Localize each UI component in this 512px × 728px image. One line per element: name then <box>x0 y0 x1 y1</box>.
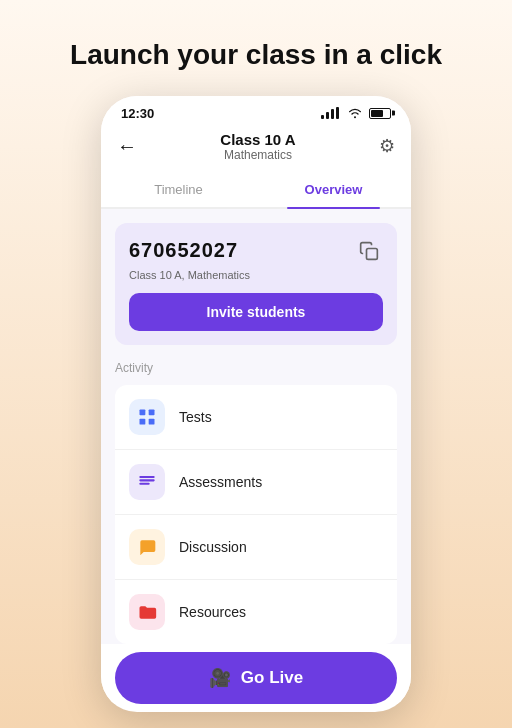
status-icons <box>321 107 391 119</box>
activity-item-resources[interactable]: Resources <box>115 580 397 644</box>
class-name: Class 10 A <box>137 131 379 148</box>
svg-rect-1 <box>140 409 146 415</box>
status-bar: 12:30 <box>101 96 411 125</box>
go-live-button[interactable]: 🎥 Go Live <box>115 652 397 704</box>
go-live-label: Go Live <box>241 668 303 688</box>
signal-icon <box>321 107 339 119</box>
activity-item-assessments[interactable]: Assessments <box>115 450 397 515</box>
invite-subtitle: Class 10 A, Mathematics <box>129 269 383 281</box>
battery-icon <box>369 108 391 119</box>
invite-students-button[interactable]: Invite students <box>129 293 383 331</box>
svg-rect-2 <box>149 409 155 415</box>
tab-overview[interactable]: Overview <box>256 172 411 207</box>
discussion-label: Discussion <box>179 539 247 555</box>
tab-timeline[interactable]: Timeline <box>101 172 256 207</box>
back-button[interactable]: ← <box>117 135 137 158</box>
assessments-icon <box>129 464 165 500</box>
svg-rect-3 <box>140 418 146 424</box>
activity-item-tests[interactable]: Tests <box>115 385 397 450</box>
svg-rect-0 <box>367 248 378 259</box>
class-subject: Mathematics <box>137 148 379 162</box>
invite-card: 670652027 Class 10 A, Mathematics Invite… <box>115 223 397 345</box>
phone-mockup: 12:30 ← Class 10 A Mathematics <box>101 96 411 712</box>
assessments-label: Assessments <box>179 474 262 490</box>
header-title-block: Class 10 A Mathematics <box>137 131 379 162</box>
settings-button[interactable]: ⚙ <box>379 135 395 157</box>
invite-code-row: 670652027 <box>129 237 383 265</box>
phone-content: 670652027 Class 10 A, Mathematics Invite… <box>101 209 411 644</box>
hero-title: Launch your class in a click <box>40 38 472 72</box>
discussion-icon <box>129 529 165 565</box>
tabs-bar: Timeline Overview <box>101 172 411 209</box>
resources-icon <box>129 594 165 630</box>
activity-list: Tests Assessments Discussion <box>115 385 397 644</box>
camera-icon: 🎥 <box>209 667 231 689</box>
status-time: 12:30 <box>121 106 154 121</box>
resources-label: Resources <box>179 604 246 620</box>
invite-code: 670652027 <box>129 239 238 262</box>
tests-icon <box>129 399 165 435</box>
svg-rect-4 <box>149 418 155 424</box>
activity-item-discussion[interactable]: Discussion <box>115 515 397 580</box>
copy-button[interactable] <box>355 237 383 265</box>
go-live-bar: 🎥 Go Live <box>101 652 411 704</box>
wifi-icon <box>347 107 363 119</box>
class-header: ← Class 10 A Mathematics ⚙ <box>101 125 411 172</box>
activity-label: Activity <box>115 361 397 375</box>
tests-label: Tests <box>179 409 212 425</box>
